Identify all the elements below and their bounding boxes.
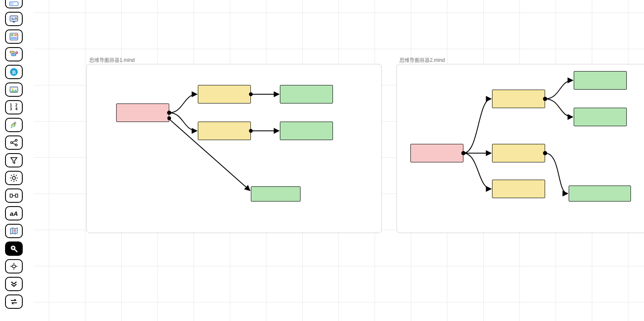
mermaid-icon[interactable] [5, 118, 23, 132]
svg-rect-32 [12, 265, 15, 268]
text-style-label: aA [10, 210, 18, 217]
svg-point-30 [14, 230, 16, 231]
zoom-in-icon[interactable] [5, 241, 23, 256]
child-node-1[interactable] [198, 85, 251, 103]
svg-point-22 [12, 88, 13, 90]
diagram-canvas[interactable]: 思维导图容器1.mind [34, 0, 644, 321]
svg-text:B: B [12, 69, 16, 75]
swap-arrows-icon[interactable] [5, 294, 23, 309]
svg-rect-13 [11, 34, 13, 37]
left-toolbar: B 1 2 3 4 aA [5, 0, 24, 309]
leaf-node-3[interactable] [251, 186, 301, 202]
svg-rect-17 [12, 54, 16, 56]
svg-rect-16 [10, 51, 14, 53]
leaf-node-1[interactable] [574, 71, 627, 90]
app-monitor-icon[interactable] [5, 12, 23, 26]
svg-point-23 [14, 122, 16, 124]
leaf-node-2[interactable] [574, 108, 627, 126]
root-node[interactable] [410, 144, 463, 162]
graph-nodes-icon[interactable] [5, 135, 23, 150]
image-landscape-icon[interactable] [5, 82, 23, 97]
leaf-node-1[interactable] [280, 85, 333, 103]
svg-rect-8 [11, 3, 13, 5]
mindmap-container-1[interactable]: 思维导图容器1.mind [86, 64, 382, 233]
center-focus-icon[interactable] [5, 259, 23, 273]
leaf-node-2[interactable] [280, 122, 333, 140]
tags-color-icon[interactable] [5, 47, 23, 61]
root-node[interactable] [116, 103, 169, 122]
matrix-numbers-icon[interactable]: 1 2 3 4 [5, 100, 23, 114]
mindmap-container-2[interactable]: 思维导图容器2.mind [397, 64, 644, 233]
funnel-filter-icon[interactable] [5, 153, 23, 167]
svg-point-11 [15, 18, 17, 20]
svg-rect-10 [13, 21, 15, 22]
svg-rect-28 [10, 194, 13, 197]
svg-rect-14 [14, 34, 17, 37]
blogger-b-icon[interactable]: B [5, 65, 23, 79]
text-style-icon[interactable]: aA [5, 206, 23, 220]
matrix-bottom-text: 3 4 [10, 107, 18, 111]
double-chevron-down-icon[interactable] [5, 277, 23, 291]
svg-point-18 [16, 52, 18, 54]
map-color-icon[interactable] [5, 224, 23, 238]
child-node-2[interactable] [492, 144, 545, 162]
split-cells-icon[interactable] [5, 188, 23, 203]
child-node-3[interactable] [492, 180, 545, 198]
panel-icon[interactable] [5, 0, 23, 8]
svg-rect-15 [11, 37, 17, 40]
leaf-node-3[interactable] [569, 186, 631, 202]
child-node-2[interactable] [198, 122, 251, 140]
child-node-1[interactable] [492, 90, 545, 108]
container-2-label: 思维导图容器2.mind [399, 57, 445, 64]
svg-point-27 [12, 176, 15, 179]
container-1-label: 思维导图容器1.mind [89, 57, 135, 64]
brightness-icon[interactable] [5, 171, 23, 185]
svg-rect-29 [16, 194, 18, 197]
dashboard-color-icon[interactable] [5, 29, 23, 44]
